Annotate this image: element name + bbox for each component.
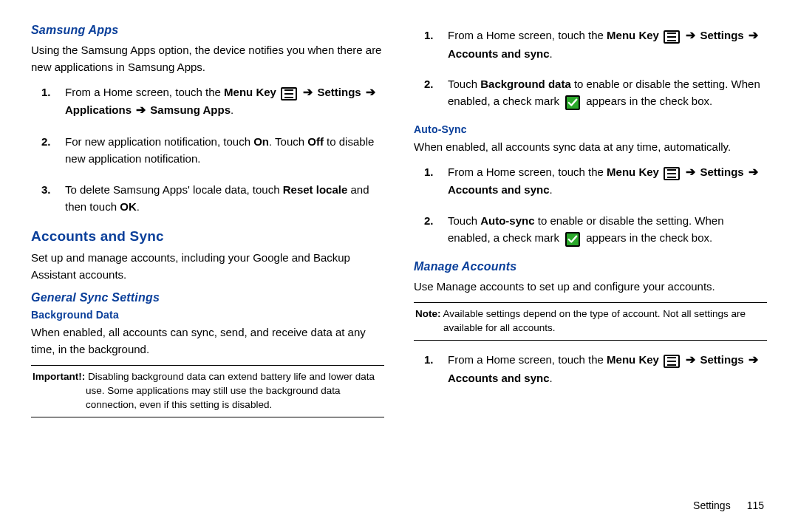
arrow-icon: ➔ — [684, 353, 697, 366]
on-label: On — [253, 135, 269, 148]
ok-label: OK — [120, 200, 137, 213]
heading-samsung-apps: Samsung Apps — [31, 24, 384, 37]
step-text: appears in the check box. — [586, 95, 712, 107]
period: . — [550, 183, 553, 196]
arrow-icon: ➔ — [134, 103, 147, 116]
arrow-icon: ➔ — [747, 166, 760, 178]
accounts-sync-label: Accounts and sync — [448, 183, 550, 196]
menu-key-icon — [664, 355, 680, 368]
period: . — [137, 200, 140, 213]
background-data-steps: From a Home screen, touch the Menu Key ➔… — [414, 27, 767, 110]
arrow-icon: ➔ — [301, 86, 314, 98]
samsung-apps-label: Samsung Apps — [150, 103, 231, 116]
samsung-apps-intro: Using the Samsung Apps option, the devic… — [31, 41, 384, 76]
list-item: Touch Background data to enable or disab… — [414, 75, 767, 110]
heading-background-data: Background Data — [31, 309, 384, 321]
arrow-icon: ➔ — [747, 29, 760, 41]
list-item: From a Home screen, touch the Menu Key ➔… — [414, 351, 767, 386]
background-data-label: Background data — [480, 78, 571, 90]
settings-label: Settings — [700, 353, 743, 366]
footer-section: Settings — [693, 499, 731, 511]
menu-key-icon — [664, 167, 680, 180]
period: . — [550, 372, 553, 384]
step-text: To delete Samsung Apps' locale data, tou… — [65, 183, 283, 196]
step-text: . Touch — [269, 135, 307, 148]
important-body: Disabling background data can extend bat… — [85, 371, 375, 410]
checkmark-icon — [565, 232, 580, 247]
settings-label: Settings — [700, 29, 743, 41]
step-text: From a Home screen, touch the — [448, 29, 607, 41]
manage-accounts-intro: Use Manage accounts to set up and config… — [414, 278, 767, 295]
step-text: For new application notification, touch — [65, 135, 253, 148]
background-data-intro: When enabled, all accounts can sync, sen… — [31, 324, 384, 358]
menu-key-label: Menu Key — [607, 353, 659, 366]
step-text: From a Home screen, touch the — [448, 353, 607, 366]
note-lead: Note: — [415, 308, 441, 319]
list-item: From a Home screen, touch the Menu Key ➔… — [414, 27, 767, 62]
note-body: Available settings depend on the type of… — [441, 308, 746, 333]
heading-accounts-sync: Accounts and Sync — [31, 228, 384, 245]
list-item: For new application notification, touch … — [31, 133, 384, 168]
heading-general-sync: General Sync Settings — [31, 291, 384, 304]
arrow-icon: ➔ — [684, 166, 697, 178]
checkmark-icon — [565, 95, 580, 110]
note-box: Note: Available settings depend on the t… — [414, 302, 767, 341]
reset-locale-label: Reset locale — [283, 183, 348, 196]
auto-sync-steps: From a Home screen, touch the Menu Key ➔… — [414, 163, 767, 247]
heading-auto-sync: Auto-Sync — [414, 123, 767, 135]
important-lead: Important!: — [33, 371, 85, 382]
auto-sync-label: Auto-sync — [480, 214, 534, 227]
step-text: appears in the check box. — [586, 231, 712, 244]
applications-label: Applications — [65, 103, 132, 116]
auto-sync-intro: When enabled, all accounts sync data at … — [414, 138, 767, 155]
accounts-sync-label: Accounts and sync — [448, 372, 550, 384]
menu-key-label: Menu Key — [607, 29, 659, 41]
list-item: Touch Auto-sync to enable or disable the… — [414, 212, 767, 247]
manage-accounts-steps: From a Home screen, touch the Menu Key ➔… — [414, 351, 767, 386]
settings-label: Settings — [317, 86, 361, 98]
arrow-icon: ➔ — [684, 29, 697, 41]
arrow-icon: ➔ — [364, 86, 377, 98]
step-text: Touch — [448, 78, 480, 90]
left-column: Samsung Apps Using the Samsung Apps opti… — [31, 22, 384, 525]
manual-page: Samsung Apps Using the Samsung Apps opti… — [0, 0, 798, 532]
list-item: To delete Samsung Apps' locale data, tou… — [31, 181, 384, 216]
period: . — [550, 47, 553, 60]
list-item: From a Home screen, touch the Menu Key ➔… — [31, 83, 384, 120]
footer-page-number: 115 — [747, 499, 764, 511]
important-note: Important!: Disabling background data ca… — [31, 365, 384, 417]
menu-key-icon — [664, 30, 680, 44]
right-column: From a Home screen, touch the Menu Key ➔… — [414, 22, 767, 525]
menu-key-icon — [281, 87, 297, 100]
period: . — [231, 103, 233, 116]
page-footer: Settings115 — [693, 499, 764, 511]
settings-label: Settings — [700, 166, 743, 178]
menu-key-label: Menu Key — [224, 86, 276, 98]
arrow-icon: ➔ — [747, 353, 760, 366]
accounts-sync-label: Accounts and sync — [448, 47, 550, 60]
samsung-apps-steps: From a Home screen, touch the Menu Key ➔… — [31, 83, 384, 216]
step-text: Touch — [448, 214, 480, 227]
heading-manage-accounts: Manage Accounts — [414, 260, 767, 273]
off-label: Off — [307, 135, 324, 148]
menu-key-label: Menu Key — [607, 166, 659, 178]
accounts-intro: Set up and manage accounts, including yo… — [31, 249, 384, 284]
step-text: From a Home screen, touch the — [448, 166, 607, 178]
list-item: From a Home screen, touch the Menu Key ➔… — [414, 163, 767, 199]
step-text: From a Home screen, touch the — [65, 86, 224, 98]
